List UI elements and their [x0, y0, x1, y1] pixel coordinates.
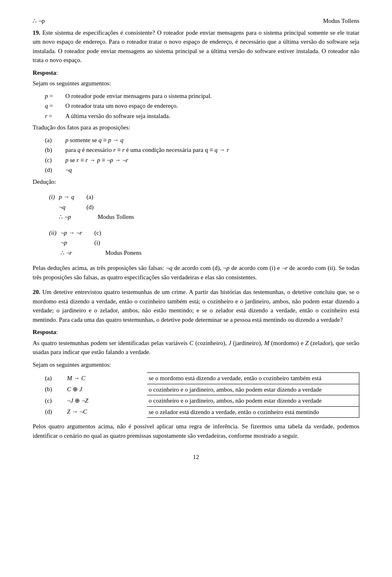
ded-i-table: (i) p → q (a) ¬q (d) ∴ ¬p Modus Tollens: [49, 192, 138, 222]
arg-c-row: (c) ¬J ⊕ ¬Z o cozinheiro e o jardineiro,…: [33, 395, 359, 407]
prop-a-19: (a) p somente se q ≡ p → q: [45, 136, 359, 145]
arg-d-formula: Z → ¬C: [65, 406, 147, 418]
header-left: ∴ ¬p: [33, 16, 45, 26]
section19-intro: 19. Este sistema de especificações é con…: [33, 28, 359, 65]
prop-q: q = O roteador trata um novo espaço de e…: [45, 101, 359, 111]
deducao-label-19: Dedução:: [33, 177, 359, 187]
ded-i-line2: ¬q: [59, 202, 78, 212]
traducao-label: Tradução dos fatos para as proposições:: [33, 123, 359, 132]
ded-i-ref2: (d): [78, 202, 98, 212]
section20-number: 20.: [33, 289, 40, 295]
arg-c-bracket: o cozinheiro e o jardineiro, ambos, não …: [147, 395, 359, 407]
ded-i-just1: [98, 192, 138, 202]
prop-d-19: (d) ¬q: [45, 165, 359, 175]
section-20: 20. Um detetive entrevistou quatro teste…: [33, 287, 359, 440]
header-center: Modus Tollens: [323, 16, 359, 26]
arg-c-formula: ¬J ⊕ ¬Z: [65, 395, 147, 407]
arg-b-label: (b): [33, 384, 65, 395]
ded-i-line1: p → q: [59, 192, 78, 202]
ded-ii-ref2: (i): [86, 238, 105, 248]
ded-i-ref3: [78, 212, 98, 222]
prop-c-19: (c) p se r ≡ r → p ≡ ¬p → ¬r: [45, 156, 359, 165]
arg-d-row: (d) Z → ¬C se o zelador está dizendo a v…: [33, 406, 359, 418]
prop-p: p = O roteador pode enviar mensagens par…: [45, 91, 359, 101]
ded-ii-num2: [49, 238, 60, 248]
props-19: (a) p somente se q ≡ p → q (b) para q é …: [45, 136, 359, 175]
ded-ii-line1: ¬p → ¬r: [60, 228, 86, 238]
resposta-text-20: As quatro testemunhas podem ser identifi…: [33, 339, 359, 357]
section19-number: 19.: [33, 29, 40, 36]
ded-ii-ref1: (c): [86, 228, 105, 238]
prop-r: r = A última versão do software seja ins…: [45, 111, 359, 121]
arg-a-bracket: se o mordomo está dizendo a verdade, ent…: [147, 373, 359, 384]
prop-b-19: (b) para q é necessário r ≡ r é uma cond…: [45, 145, 359, 155]
sejam-20: Sejam os seguintes argumentos:: [33, 360, 359, 370]
ded-ii-table: (ii) ¬p → ¬r (c) ¬p (i) ∴ ¬r Modus Ponen…: [49, 228, 146, 258]
ded-i-just2: [98, 202, 138, 212]
arg-b-bracket: o cozinheiro e o jardineiro, ambos, não …: [147, 384, 359, 395]
ded-i-num: (i): [49, 192, 59, 202]
section-19: 19. Este sistema de especificações é con…: [33, 28, 359, 282]
ded-ii-line3: ∴ ¬r: [60, 248, 86, 258]
page-number: 12: [193, 454, 199, 460]
args-table-20: (a) M → C se o mordomo está dizendo a ve…: [33, 372, 359, 418]
footer: 12: [33, 452, 359, 462]
resposta-label-20: Resposta:: [33, 327, 359, 337]
ded-i-ref1: (a): [78, 192, 98, 202]
ded-ii-line2: ¬p: [60, 238, 86, 248]
ded-i-just3: Modus Tollens: [98, 212, 138, 222]
ded-ii-row2: ¬p (i): [49, 238, 146, 248]
arg-d-bracket: se o zelador está dizendo a verdade, ent…: [147, 406, 359, 418]
ded-ii-row3: ∴ ¬r Modus Ponens: [49, 248, 146, 258]
ded-i-num3: [49, 212, 59, 222]
arg-a-row: (a) M → C se o mordomo está dizendo a ve…: [33, 373, 359, 384]
arg-c-label: (c): [33, 395, 65, 407]
ded-ii-num3: [49, 248, 60, 258]
ded-ii-num: (ii): [49, 228, 60, 238]
ded-i-row2: ¬q (d): [49, 202, 138, 212]
arg-a-label: (a): [33, 373, 65, 384]
deduction-i: (i) p → q (a) ¬q (d) ∴ ¬p Modus Tollens: [49, 192, 359, 222]
resposta-label-19: Resposta:: [33, 68, 359, 78]
ded-ii-ref3: [86, 248, 105, 258]
section20-intro: 20. Um detetive entrevistou quatro teste…: [33, 287, 359, 324]
arg-b-row: (b) C ⊕ J o cozinheiro e o jardineiro, a…: [33, 384, 359, 395]
ded-ii-just2: [105, 238, 146, 248]
section19-conclusion: Pelas deduções acima, as três proposiçõe…: [33, 263, 359, 282]
header: ∴ ¬p Modus Tollens: [33, 16, 359, 26]
ded-ii-just1: [105, 228, 146, 238]
ded-i-line3: ∴ ¬p: [59, 212, 78, 222]
page: ∴ ¬p Modus Tollens 19. Este sistema de e…: [0, 0, 392, 577]
ded-i-row3: ∴ ¬p Modus Tollens: [49, 212, 138, 222]
arg-a-formula: M → C: [65, 373, 147, 384]
deduction-ii: (ii) ¬p → ¬r (c) ¬p (i) ∴ ¬r Modus Ponen…: [49, 228, 359, 258]
ded-i-row1: (i) p → q (a): [49, 192, 138, 202]
section20-conclusion: Pelos quatro argumentos acima, não é pos…: [33, 422, 359, 440]
arg-b-formula: C ⊕ J: [65, 384, 147, 395]
ded-ii-row1: (ii) ¬p → ¬r (c): [49, 228, 146, 238]
prop-list-19: p = O roteador pode enviar mensagens par…: [45, 91, 359, 121]
ded-i-num2: [49, 202, 59, 212]
sejam-19: Sejam os seguintes argumentos:: [33, 79, 359, 88]
ded-ii-just3: Modus Ponens: [105, 248, 146, 258]
arg-d-label: (d): [33, 406, 65, 418]
